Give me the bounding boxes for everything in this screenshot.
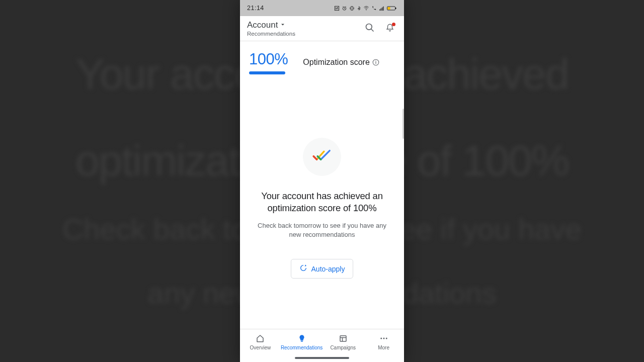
info-icon[interactable] bbox=[372, 59, 379, 66]
notification-badge bbox=[392, 23, 395, 26]
svg-rect-14 bbox=[300, 341, 303, 342]
alarm-icon bbox=[342, 6, 347, 11]
svg-rect-5 bbox=[382, 7, 382, 10]
achievement-badge bbox=[303, 138, 341, 176]
bluetooth-icon bbox=[357, 6, 361, 11]
achievement-headline: Your account has achieved an optimizatio… bbox=[251, 190, 393, 214]
chevron-down-icon bbox=[280, 20, 286, 30]
nav-label: Recommendations bbox=[281, 345, 323, 350]
optimization-score-label: Optimization score bbox=[303, 58, 370, 67]
vibrate-icon bbox=[349, 6, 355, 11]
battery-icon bbox=[387, 6, 397, 11]
svg-rect-4 bbox=[381, 8, 381, 11]
gesture-bar[interactable] bbox=[295, 357, 349, 359]
optimization-score-bar: 100% Optimization score bbox=[240, 41, 404, 77]
svg-rect-6 bbox=[383, 6, 383, 10]
more-icon bbox=[379, 333, 388, 343]
app-bar: Account Recommendations bbox=[240, 16, 404, 41]
main-content: Your account has achieved an optimizatio… bbox=[240, 77, 404, 329]
notifications-button[interactable] bbox=[383, 22, 397, 36]
svg-rect-3 bbox=[379, 9, 380, 11]
svg-point-18 bbox=[385, 338, 387, 339]
account-dropdown-label: Account bbox=[247, 20, 278, 30]
wifi-icon bbox=[363, 6, 369, 11]
phone-frame: 21:14 Account Recommendations bbox=[240, 0, 404, 362]
svg-point-10 bbox=[366, 24, 372, 30]
home-icon bbox=[256, 333, 265, 343]
nav-recommendations[interactable]: Recommendations bbox=[281, 333, 323, 350]
svg-rect-15 bbox=[340, 336, 346, 341]
appbar-subtitle: Recommendations bbox=[247, 31, 295, 37]
volte-icon bbox=[371, 6, 377, 11]
nav-overview[interactable]: Overview bbox=[240, 333, 281, 350]
svg-point-12 bbox=[375, 61, 376, 62]
double-check-icon bbox=[312, 149, 332, 165]
achievement-subline: Check back tomorrow to see if you have a… bbox=[251, 221, 393, 239]
account-dropdown[interactable]: Account bbox=[247, 20, 295, 30]
nav-more[interactable]: More bbox=[363, 333, 404, 350]
search-button[interactable] bbox=[363, 22, 377, 36]
auto-apply-button[interactable]: Auto-apply bbox=[291, 259, 354, 279]
signal-icon bbox=[379, 6, 385, 11]
bottom-nav: Overview Recommendations Campaigns More bbox=[240, 329, 404, 362]
nfc-icon bbox=[334, 6, 340, 11]
auto-apply-label: Auto-apply bbox=[311, 265, 345, 273]
nav-label: Campaigns bbox=[330, 345, 356, 350]
nav-label: Overview bbox=[250, 345, 271, 350]
search-icon bbox=[365, 23, 375, 35]
svg-rect-13 bbox=[375, 62, 376, 64]
scrollbar-indicator[interactable] bbox=[403, 109, 404, 139]
auto-apply-icon bbox=[299, 264, 307, 274]
svg-rect-8 bbox=[395, 8, 396, 9]
svg-point-2 bbox=[366, 10, 366, 10]
status-bar: 21:14 bbox=[240, 0, 404, 16]
svg-point-16 bbox=[380, 338, 382, 339]
svg-point-17 bbox=[383, 338, 384, 339]
optimization-score-track bbox=[249, 71, 285, 74]
svg-rect-9 bbox=[388, 7, 390, 10]
lightbulb-icon bbox=[297, 333, 306, 343]
campaigns-icon bbox=[339, 333, 348, 343]
optimization-score-value: 100% bbox=[249, 50, 288, 68]
nav-campaigns[interactable]: Campaigns bbox=[323, 333, 363, 350]
nav-label: More bbox=[378, 345, 389, 350]
status-time: 21:14 bbox=[247, 5, 264, 12]
